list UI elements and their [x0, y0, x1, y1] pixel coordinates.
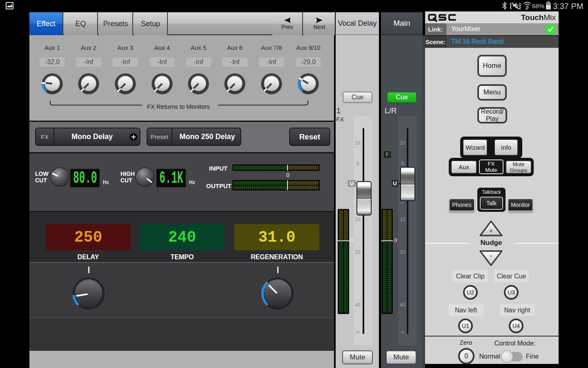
svg-text:-: - [490, 251, 492, 260]
svg-text:+: + [489, 227, 493, 235]
